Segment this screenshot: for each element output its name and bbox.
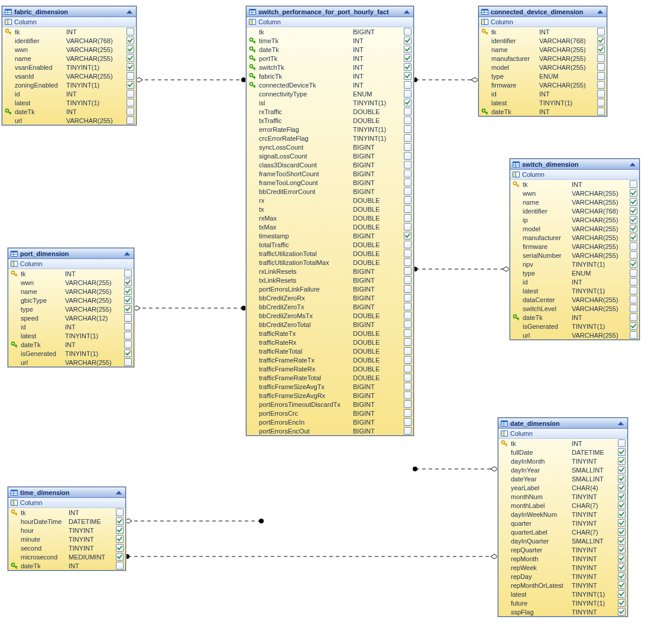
column-row[interactable]: npvTINYINT(1) — [510, 260, 639, 268]
column-row[interactable]: urlVARCHAR(255) — [2, 116, 136, 125]
not-null-checkbox[interactable] — [403, 99, 412, 106]
not-null-checkbox[interactable] — [124, 305, 132, 313]
column-row[interactable]: class3DiscardCountBIGINT — [247, 160, 413, 169]
not-null-checkbox[interactable] — [629, 251, 637, 259]
not-null-checkbox[interactable] — [629, 198, 637, 206]
not-null-checkbox[interactable] — [597, 90, 605, 98]
column-row[interactable]: gbicTypeVARCHAR(255) — [8, 296, 134, 305]
not-null-checkbox[interactable] — [403, 276, 412, 284]
collapse-icon[interactable] — [123, 250, 131, 257]
column-row[interactable]: fabricTkINT — [247, 72, 413, 80]
not-null-checkbox[interactable] — [629, 260, 637, 268]
not-null-checkbox[interactable] — [629, 313, 637, 321]
column-row[interactable]: zoningEnabledTINYINT(1) — [2, 80, 136, 89]
not-null-checkbox[interactable] — [126, 81, 134, 89]
column-row[interactable]: tkINT — [8, 269, 134, 278]
column-row[interactable]: dateTkINT — [8, 561, 125, 570]
not-null-checkbox[interactable] — [403, 54, 412, 62]
column-row[interactable]: nameVARCHAR(255) — [8, 287, 134, 296]
not-null-checkbox[interactable] — [617, 501, 626, 509]
not-null-checkbox[interactable] — [403, 374, 412, 381]
column-row[interactable]: errorRateFlagTINYINT(1) — [247, 125, 413, 134]
column-row[interactable]: trafficRateTotalDOUBLE — [247, 347, 413, 355]
column-row[interactable]: hourTINYINT — [8, 526, 125, 535]
column-row[interactable]: wwnVARCHAR(255) — [8, 278, 134, 287]
not-null-checkbox[interactable] — [403, 90, 412, 98]
not-null-checkbox[interactable] — [597, 108, 605, 115]
column-row[interactable]: repQuarterTINYINT — [498, 545, 627, 554]
column-row[interactable]: vsanEnabledTINYINT(1) — [2, 63, 136, 72]
not-null-checkbox[interactable] — [629, 216, 637, 224]
column-row[interactable]: dateTkINT — [510, 313, 639, 322]
column-row[interactable]: rxLinkResetsBIGINT — [247, 267, 413, 276]
column-row[interactable]: totalTrafficDOUBLE — [247, 240, 413, 249]
column-row[interactable]: microsecondMEDIUMINT — [8, 552, 125, 561]
not-null-checkbox[interactable] — [124, 287, 132, 295]
not-null-checkbox[interactable] — [115, 553, 124, 561]
entity-fabric-dimension[interactable]: fabric_dimensionColumntkINTidentifierVAR… — [2, 6, 137, 125]
column-row[interactable]: latestTINYINT(1) — [2, 98, 136, 107]
not-null-checkbox[interactable] — [403, 383, 412, 390]
column-row[interactable]: dayInMonthTINYINT — [498, 457, 627, 465]
column-row[interactable]: trafficUtilizationTotalDOUBLE — [247, 249, 413, 258]
not-null-checkbox[interactable] — [403, 338, 412, 346]
not-null-checkbox[interactable] — [617, 457, 626, 465]
collapse-icon[interactable] — [628, 161, 637, 168]
not-null-checkbox[interactable] — [403, 134, 412, 142]
not-null-checkbox[interactable] — [629, 242, 637, 250]
column-row[interactable]: crcErrorRateFlagTINYINT(1) — [247, 134, 413, 143]
not-null-checkbox[interactable] — [617, 466, 626, 474]
not-null-checkbox[interactable] — [403, 294, 412, 302]
entity-connected-device-dimension[interactable]: connected_device_dimensionColumntkINTide… — [478, 6, 607, 116]
column-row[interactable]: switchTkINT — [247, 63, 413, 72]
column-row[interactable]: connectivityTypeENUM — [247, 89, 413, 98]
entity-titlebar[interactable]: date_dimension — [498, 418, 627, 429]
column-row[interactable]: dayInQuarterSMALLINT — [498, 536, 627, 545]
not-null-checkbox[interactable] — [403, 347, 412, 355]
not-null-checkbox[interactable] — [617, 572, 626, 580]
collapse-icon[interactable] — [115, 489, 123, 496]
column-row[interactable]: typeENUM — [510, 268, 639, 277]
not-null-checkbox[interactable] — [126, 46, 134, 53]
column-row[interactable]: dateTkINT — [479, 107, 607, 116]
entity-switch-dimension[interactable]: switch_dimensionColumntkINTwwnVARCHAR(25… — [510, 158, 640, 340]
not-null-checkbox[interactable] — [617, 475, 626, 483]
not-null-checkbox[interactable] — [403, 223, 412, 231]
column-row[interactable]: portErrorsTimeoutDiscardTxBIGINT — [247, 400, 413, 409]
not-null-checkbox[interactable] — [597, 28, 605, 35]
not-null-checkbox[interactable] — [629, 287, 637, 295]
not-null-checkbox[interactable] — [403, 170, 412, 177]
not-null-checkbox[interactable] — [403, 312, 412, 319]
not-null-checkbox[interactable] — [403, 196, 412, 204]
not-null-checkbox[interactable] — [126, 99, 134, 106]
column-row[interactable]: wwnVARCHAR(255) — [510, 189, 639, 198]
not-null-checkbox[interactable] — [403, 285, 412, 293]
column-section-header[interactable]: Column — [510, 170, 639, 180]
not-null-checkbox[interactable] — [597, 63, 605, 71]
not-null-checkbox[interactable] — [617, 590, 626, 598]
column-row[interactable]: timestampBIGINT — [247, 231, 413, 240]
not-null-checkbox[interactable] — [629, 305, 637, 312]
column-row[interactable]: portTkINT — [247, 54, 413, 63]
entity-titlebar[interactable]: connected_device_dimension — [479, 7, 607, 17]
collapse-icon[interactable] — [617, 420, 625, 427]
not-null-checkbox[interactable] — [617, 608, 626, 616]
not-null-checkbox[interactable] — [617, 555, 626, 562]
not-null-checkbox[interactable] — [617, 546, 626, 554]
column-row[interactable]: txDOUBLE — [247, 205, 413, 213]
column-row[interactable]: latestTINYINT(1) — [498, 590, 627, 598]
column-row[interactable]: isGeneratedTINYINT(1) — [8, 349, 134, 358]
column-row[interactable]: hourDateTimeDATETIME — [8, 517, 125, 526]
not-null-checkbox[interactable] — [403, 63, 412, 71]
not-null-checkbox[interactable] — [403, 267, 412, 275]
column-row[interactable]: speedVARCHAR(12) — [8, 313, 134, 322]
not-null-checkbox[interactable] — [403, 232, 412, 240]
column-row[interactable]: bbCreditZeroMsTxDOUBLE — [247, 311, 413, 320]
column-row[interactable]: repWeekTINYINT — [498, 563, 627, 572]
not-null-checkbox[interactable] — [597, 99, 605, 106]
not-null-checkbox[interactable] — [629, 331, 637, 339]
column-row[interactable]: ipVARCHAR(255) — [510, 215, 639, 224]
not-null-checkbox[interactable] — [617, 537, 626, 545]
column-row[interactable]: portErrorsCrcBIGINT — [247, 409, 413, 418]
column-row[interactable]: nameVARCHAR(255) — [510, 198, 639, 206]
